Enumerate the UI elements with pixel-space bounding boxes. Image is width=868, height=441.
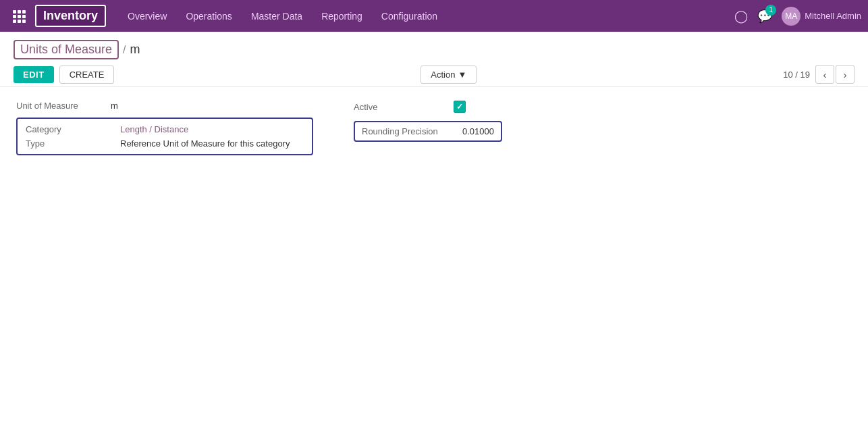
svg-rect-0 (13, 10, 16, 14)
category-value[interactable]: Length / Distance (120, 124, 188, 134)
prev-page-button[interactable]: ‹ (815, 65, 834, 84)
type-value: Reference Unit of Measure for this categ… (120, 138, 290, 149)
breadcrumb-separator: / (123, 44, 126, 56)
svg-rect-6 (13, 20, 16, 23)
svg-rect-7 (18, 20, 21, 23)
nav-reporting[interactable]: Reporting (313, 7, 371, 26)
edit-button[interactable]: EDIT (13, 66, 54, 83)
rounding-value: 0.01000 (462, 126, 494, 136)
action-label: Action (431, 70, 455, 80)
svg-rect-3 (13, 15, 16, 18)
nav-overview[interactable]: Overview (119, 7, 175, 26)
chat-icon[interactable]: 💬 1 (757, 9, 772, 24)
toolbar: EDIT CREATE Action ▼ 10 / 19 ‹ › (13, 65, 855, 84)
form-right: Active Rounding Precision 0.01000 (354, 101, 852, 155)
pagination-controls: ‹ › (815, 65, 855, 84)
category-row: Category Length / Distance (26, 124, 304, 134)
active-row: Active (354, 101, 852, 113)
action-button[interactable]: Action ▼ (421, 66, 477, 84)
svg-rect-5 (22, 15, 26, 18)
nav-configuration[interactable]: Configuration (373, 7, 445, 26)
type-label: Type (26, 138, 120, 149)
topbar-right: ◯ 💬 1 MA Mitchell Admin (734, 7, 861, 26)
uom-value: m (111, 101, 118, 111)
type-row: Type Reference Unit of Measure for this … (26, 138, 304, 149)
user-menu[interactable]: MA Mitchell Admin (782, 7, 861, 26)
category-type-box: Category Length / Distance Type Referenc… (16, 118, 313, 155)
apps-menu-icon[interactable] (7, 4, 31, 28)
rounding-label: Rounding Precision (362, 126, 462, 136)
svg-rect-2 (22, 10, 26, 14)
page-header: Units of Measure / m EDIT CREATE Action … (0, 32, 868, 87)
create-button[interactable]: CREATE (59, 66, 115, 84)
user-avatar: MA (782, 7, 801, 26)
nav-master-data[interactable]: Master Data (243, 7, 310, 26)
uom-label: Unit of Measure (16, 101, 111, 111)
pagination-info: 10 / 19 (783, 70, 810, 80)
svg-rect-4 (18, 15, 21, 18)
next-page-button[interactable]: › (836, 65, 855, 84)
active-checkbox[interactable] (454, 101, 466, 113)
active-label: Active (354, 102, 448, 112)
chat-badge: 1 (765, 5, 776, 16)
uom-field-row: Unit of Measure m (16, 101, 313, 111)
action-chevron-icon: ▼ (458, 70, 466, 80)
user-name: Mitchell Admin (805, 11, 861, 21)
category-label: Category (26, 124, 120, 134)
form-left: Unit of Measure m Category Length / Dist… (16, 101, 313, 155)
clock-icon[interactable]: ◯ (734, 9, 748, 24)
app-brand[interactable]: Inventory (35, 5, 106, 27)
rounding-box: Rounding Precision 0.01000 (354, 121, 502, 142)
form-section: Unit of Measure m Category Length / Dist… (16, 101, 852, 155)
svg-rect-1 (18, 10, 21, 14)
svg-rect-8 (22, 20, 26, 23)
breadcrumb-parent[interactable]: Units of Measure (13, 40, 119, 59)
topbar: Inventory Overview Operations Master Dat… (0, 0, 868, 32)
main-nav: Overview Operations Master Data Reportin… (119, 7, 734, 26)
breadcrumb-current: m (130, 43, 140, 57)
nav-operations[interactable]: Operations (178, 7, 240, 26)
main-content: Unit of Measure m Category Length / Dist… (0, 87, 868, 169)
breadcrumb: Units of Measure / m (13, 40, 855, 59)
